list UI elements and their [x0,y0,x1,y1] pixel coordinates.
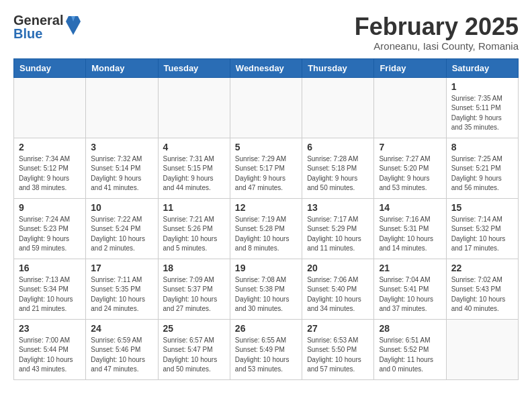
day-number: 12 [235,202,297,213]
day-number: 22 [451,263,513,273]
week-row-3: 9Sunrise: 7:24 AM Sunset: 5:23 PM Daylig… [14,198,519,259]
title-section: February 2025 Aroneanu, Iasi County, Rom… [355,13,519,52]
day-number: 6 [307,142,369,152]
calendar-cell [14,77,86,138]
day-info: Sunrise: 7:17 AM Sunset: 5:29 PM Dayligh… [307,215,369,254]
day-info: Sunrise: 7:04 AM Sunset: 5:41 PM Dayligh… [379,275,441,314]
day-number: 8 [451,142,513,152]
day-info: Sunrise: 7:16 AM Sunset: 5:31 PM Dayligh… [379,215,441,254]
calendar-cell: 16Sunrise: 7:13 AM Sunset: 5:34 PM Dayli… [14,259,86,319]
day-info: Sunrise: 6:51 AM Sunset: 5:52 PM Dayligh… [379,336,441,375]
calendar-cell: 4Sunrise: 7:31 AM Sunset: 5:15 PM Daylig… [158,138,230,198]
day-number: 11 [163,202,225,213]
day-number: 21 [379,263,441,273]
day-number: 27 [307,323,369,334]
calendar-cell: 17Sunrise: 7:11 AM Sunset: 5:35 PM Dayli… [86,259,158,319]
calendar-cell: 13Sunrise: 7:17 AM Sunset: 5:29 PM Dayli… [302,198,374,259]
calendar-cell: 3Sunrise: 7:32 AM Sunset: 5:14 PM Daylig… [86,138,158,198]
calendar-header-row: SundayMondayTuesdayWednesdayThursdayFrid… [14,58,519,77]
calendar-cell: 11Sunrise: 7:21 AM Sunset: 5:26 PM Dayli… [158,198,230,259]
day-info: Sunrise: 7:31 AM Sunset: 5:15 PM Dayligh… [163,154,225,193]
day-info: Sunrise: 7:21 AM Sunset: 5:26 PM Dayligh… [163,215,225,254]
day-info: Sunrise: 6:55 AM Sunset: 5:49 PM Dayligh… [235,336,297,375]
calendar-cell: 20Sunrise: 7:06 AM Sunset: 5:40 PM Dayli… [302,259,374,319]
day-info: Sunrise: 6:53 AM Sunset: 5:50 PM Dayligh… [307,336,369,375]
day-info: Sunrise: 7:22 AM Sunset: 5:24 PM Dayligh… [91,215,152,254]
day-number: 14 [379,202,441,213]
day-info: Sunrise: 7:11 AM Sunset: 5:35 PM Dayligh… [91,275,152,314]
column-header-thursday: Thursday [302,58,374,77]
logo-icon [66,16,81,35]
day-info: Sunrise: 6:59 AM Sunset: 5:46 PM Dayligh… [91,336,152,375]
week-row-5: 23Sunrise: 7:00 AM Sunset: 5:44 PM Dayli… [14,319,519,379]
day-info: Sunrise: 7:34 AM Sunset: 5:12 PM Dayligh… [19,154,81,193]
day-info: Sunrise: 7:02 AM Sunset: 5:43 PM Dayligh… [451,275,513,314]
day-info: Sunrise: 7:14 AM Sunset: 5:32 PM Dayligh… [451,215,513,254]
calendar-cell: 25Sunrise: 6:57 AM Sunset: 5:47 PM Dayli… [158,319,230,379]
day-info: Sunrise: 7:32 AM Sunset: 5:14 PM Dayligh… [91,154,152,193]
calendar-cell [230,77,302,138]
day-info: Sunrise: 7:35 AM Sunset: 5:11 PM Dayligh… [451,94,513,133]
day-info: Sunrise: 7:28 AM Sunset: 5:18 PM Dayligh… [307,154,369,193]
day-number: 25 [163,323,225,334]
calendar-cell: 19Sunrise: 7:08 AM Sunset: 5:38 PM Dayli… [230,259,302,319]
column-header-tuesday: Tuesday [158,58,230,77]
day-info: Sunrise: 7:06 AM Sunset: 5:40 PM Dayligh… [307,275,369,314]
calendar-cell: 8Sunrise: 7:25 AM Sunset: 5:21 PM Daylig… [446,138,518,198]
day-number: 15 [451,202,513,213]
day-number: 1 [451,81,513,92]
calendar-cell [158,77,230,138]
column-header-monday: Monday [86,58,158,77]
calendar-cell [302,77,374,138]
day-number: 26 [235,323,297,334]
calendar-cell: 7Sunrise: 7:27 AM Sunset: 5:20 PM Daylig… [374,138,446,198]
day-number: 24 [91,323,152,334]
calendar-cell [446,319,518,379]
day-number: 17 [91,263,152,273]
calendar-cell: 28Sunrise: 6:51 AM Sunset: 5:52 PM Dayli… [374,319,446,379]
calendar-cell: 18Sunrise: 7:09 AM Sunset: 5:37 PM Dayli… [158,259,230,319]
calendar-cell: 10Sunrise: 7:22 AM Sunset: 5:24 PM Dayli… [86,198,158,259]
week-row-1: 1Sunrise: 7:35 AM Sunset: 5:11 PM Daylig… [14,77,519,138]
day-number: 16 [19,263,81,273]
calendar-cell: 26Sunrise: 6:55 AM Sunset: 5:49 PM Dayli… [230,319,302,379]
calendar-cell [86,77,158,138]
day-info: Sunrise: 7:00 AM Sunset: 5:44 PM Dayligh… [19,336,81,375]
day-info: Sunrise: 7:27 AM Sunset: 5:20 PM Dayligh… [379,154,441,193]
calendar-cell: 12Sunrise: 7:19 AM Sunset: 5:28 PM Dayli… [230,198,302,259]
calendar-cell: 22Sunrise: 7:02 AM Sunset: 5:43 PM Dayli… [446,259,518,319]
calendar-cell: 5Sunrise: 7:29 AM Sunset: 5:17 PM Daylig… [230,138,302,198]
day-number: 7 [379,142,441,152]
day-info: Sunrise: 7:13 AM Sunset: 5:34 PM Dayligh… [19,275,81,314]
day-number: 23 [19,323,81,334]
day-number: 13 [307,202,369,213]
calendar-cell: 1Sunrise: 7:35 AM Sunset: 5:11 PM Daylig… [446,77,518,138]
day-info: Sunrise: 7:25 AM Sunset: 5:21 PM Dayligh… [451,154,513,193]
calendar-cell: 6Sunrise: 7:28 AM Sunset: 5:18 PM Daylig… [302,138,374,198]
day-number: 19 [235,263,297,273]
calendar-table: SundayMondayTuesdayWednesdayThursdayFrid… [13,58,519,380]
day-info: Sunrise: 6:57 AM Sunset: 5:47 PM Dayligh… [163,336,225,375]
calendar-cell: 14Sunrise: 7:16 AM Sunset: 5:31 PM Dayli… [374,198,446,259]
day-number: 3 [91,142,152,152]
calendar-cell: 15Sunrise: 7:14 AM Sunset: 5:32 PM Dayli… [446,198,518,259]
location-subtitle: Aroneanu, Iasi County, Romania [355,40,519,52]
column-header-sunday: Sunday [14,58,86,77]
page-header: General Blue February 2025 Aroneanu, Ias… [13,13,519,52]
calendar-cell: 21Sunrise: 7:04 AM Sunset: 5:41 PM Dayli… [374,259,446,319]
column-header-friday: Friday [374,58,446,77]
calendar-cell [374,77,446,138]
month-title: February 2025 [355,13,519,40]
day-info: Sunrise: 7:19 AM Sunset: 5:28 PM Dayligh… [235,215,297,254]
logo: General Blue [13,13,81,40]
day-number: 28 [379,323,441,334]
calendar-cell: 24Sunrise: 6:59 AM Sunset: 5:46 PM Dayli… [86,319,158,379]
day-number: 9 [19,202,81,213]
column-header-wednesday: Wednesday [230,58,302,77]
calendar-cell: 23Sunrise: 7:00 AM Sunset: 5:44 PM Dayli… [14,319,86,379]
day-info: Sunrise: 7:09 AM Sunset: 5:37 PM Dayligh… [163,275,225,314]
calendar-cell: 9Sunrise: 7:24 AM Sunset: 5:23 PM Daylig… [14,198,86,259]
calendar-cell: 2Sunrise: 7:34 AM Sunset: 5:12 PM Daylig… [14,138,86,198]
day-info: Sunrise: 7:08 AM Sunset: 5:38 PM Dayligh… [235,275,297,314]
day-number: 20 [307,263,369,273]
